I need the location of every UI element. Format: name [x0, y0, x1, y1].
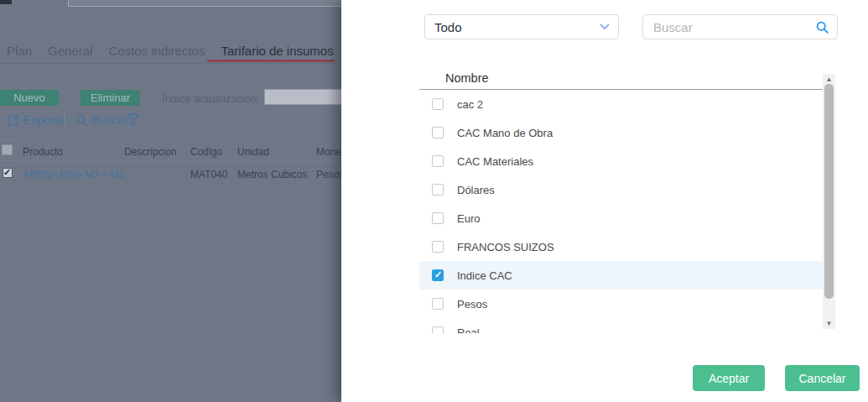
scrollbar-down-icon[interactable]: ▼	[823, 318, 835, 329]
top-toolbar-fragment	[0, 0, 12, 4]
checkbox[interactable]	[432, 326, 444, 333]
list-item-label: cac 2	[457, 98, 483, 111]
column-header-codigo[interactable]: Codigo	[190, 146, 222, 158]
index-list: cac 2 CAC Mano de Obra CAC Materiales Dó…	[419, 90, 823, 333]
list-item[interactable]: FRANCOS SUIZOS	[419, 232, 823, 261]
list-item-label: CAC Mano de Obra	[457, 127, 553, 139]
checkbox[interactable]	[432, 98, 444, 110]
tab-general[interactable]: General	[48, 44, 92, 58]
checkbox[interactable]	[432, 155, 444, 167]
tab-tarifario-de-insumos[interactable]: Tarifario de insumos	[221, 44, 333, 58]
cancelar-button[interactable]: Cancelar	[785, 365, 860, 391]
list-item-label: CAC Materiales	[457, 155, 533, 168]
export-icon	[7, 114, 19, 127]
filter-icon[interactable]	[126, 113, 140, 129]
aceptar-button[interactable]: Aceptar	[693, 365, 765, 391]
eliminar-button[interactable]: Eliminar	[81, 90, 140, 106]
column-header-moneda[interactable]: Moneda	[316, 146, 341, 158]
buscar-link[interactable]: Buscar	[75, 113, 128, 127]
checkbox[interactable]	[432, 184, 444, 196]
filter-type-value: Todo	[434, 20, 462, 34]
nuevo-button[interactable]: Nuevo	[0, 90, 59, 106]
buscar-label: Buscar	[91, 113, 128, 127]
checkbox[interactable]	[432, 241, 444, 253]
table-cell-moneda: Pesos	[316, 169, 341, 180]
tabs-divider	[0, 63, 341, 64]
list-item[interactable]: Pesos	[419, 290, 823, 318]
table-cell-producto-link[interactable]: ARENA FINA M3 = M3	[23, 169, 124, 180]
active-tab-underline	[207, 60, 335, 62]
list-item[interactable]: Euro	[419, 204, 823, 232]
column-header-unidad[interactable]: Unidad	[237, 146, 269, 158]
chevron-down-icon	[600, 23, 610, 30]
background-app-dimmed: Plan General Costos indirectos Tarifario…	[0, 0, 341, 402]
indice-actualizacion-input[interactable]	[264, 89, 341, 105]
table-cell-unidad: Metros Cubicos	[237, 169, 307, 180]
row-checkbox-checked[interactable]	[3, 168, 13, 178]
search-icon[interactable]	[816, 21, 829, 34]
tab-costos-indirectos[interactable]: Costos indirectos	[108, 44, 205, 58]
column-header-descripcion[interactable]: Descripcion	[124, 146, 177, 158]
list-item-label: Euro	[457, 212, 480, 225]
list-item-label: Dólares	[457, 184, 495, 196]
filter-type-select[interactable]: Todo	[424, 14, 619, 39]
top-input-fragment	[68, 0, 341, 7]
list-item-label: FRANCOS SUIZOS	[457, 241, 554, 253]
checkbox-checked[interactable]	[432, 269, 444, 281]
table-row-border	[0, 185, 341, 186]
search-icon	[75, 114, 87, 126]
select-all-checkbox[interactable]	[2, 144, 13, 155]
column-header-producto[interactable]: Producto	[23, 146, 63, 158]
toolbar-separator	[65, 110, 65, 128]
dialog-search-field[interactable]	[642, 14, 838, 39]
tab-plan[interactable]: Plan	[7, 44, 32, 58]
table-cell-codigo: MAT040	[190, 169, 227, 180]
exportar-link[interactable]: Exportar	[7, 113, 68, 127]
list-header-nombre: Nombre	[445, 71, 489, 85]
list-scrollbar[interactable]: ▲ ▼	[823, 74, 835, 329]
checkbox[interactable]	[432, 127, 444, 138]
table-top-border	[0, 140, 341, 141]
list-item[interactable]: cac 2	[419, 90, 823, 118]
table-header-border	[0, 160, 341, 161]
index-selection-dialog: Todo Nombre cac 2 CAC Mano de Obra CAC M…	[341, 0, 868, 402]
scrollbar-thumb[interactable]	[824, 84, 834, 299]
list-item-selected[interactable]: Indice CAC	[419, 261, 823, 290]
list-item[interactable]: CAC Materiales	[419, 147, 823, 175]
checkbox[interactable]	[432, 212, 444, 224]
list-item-label: Real	[457, 326, 480, 334]
list-item[interactable]: Dólares	[419, 175, 823, 204]
indice-actualizacion-label: Índice actualización	[162, 92, 257, 105]
checkbox[interactable]	[432, 298, 444, 310]
search-input[interactable]	[652, 19, 816, 35]
list-item[interactable]: CAC Mano de Obra	[419, 118, 823, 147]
list-item-label: Pesos	[457, 298, 487, 311]
list-item-label: Indice CAC	[457, 269, 512, 282]
list-item[interactable]: Real	[419, 318, 823, 333]
tab-bar: Plan General Costos indirectos Tarifario…	[7, 44, 334, 58]
exportar-label: Exportar	[23, 113, 68, 127]
